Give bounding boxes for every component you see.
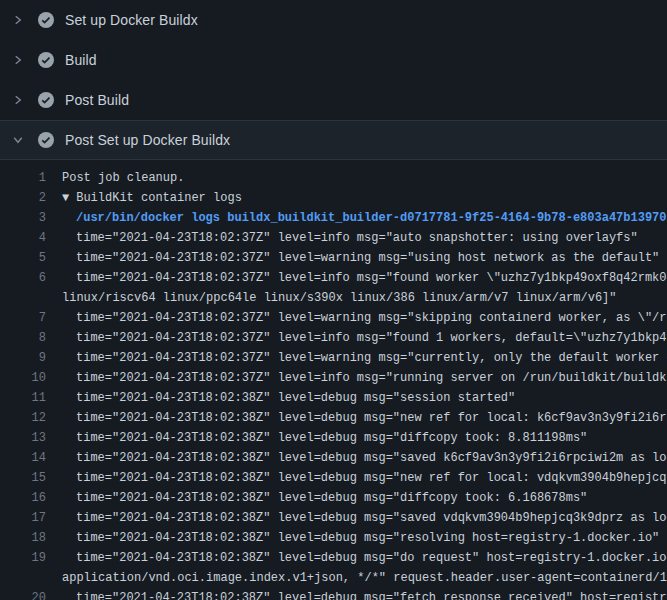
line-number[interactable]: 18 — [0, 528, 62, 548]
log-text: time="2021-04-23T18:02:38Z" level=debug … — [62, 408, 667, 428]
line-number[interactable]: 16 — [0, 488, 62, 508]
log-text: Post job cleanup. — [62, 168, 667, 188]
line-number[interactable]: 11 — [0, 388, 62, 408]
section-title: Post Build — [65, 92, 129, 108]
log-text: time="2021-04-23T18:02:38Z" level=debug … — [62, 448, 667, 468]
log-line-wrap: linux/riscv64 linux/ppc64le linux/s390x … — [0, 288, 667, 308]
log-text: time="2021-04-23T18:02:37Z" level=warnin… — [62, 308, 667, 328]
log-line: 17 time="2021-04-23T18:02:38Z" level=deb… — [0, 508, 667, 528]
log-text: time="2021-04-23T18:02:38Z" level=debug … — [62, 388, 667, 408]
log-text: time="2021-04-23T18:02:37Z" level=info m… — [62, 268, 667, 288]
line-number[interactable]: 4 — [0, 228, 62, 248]
check-circle-icon — [38, 52, 54, 68]
log-text: time="2021-04-23T18:02:38Z" level=debug … — [62, 468, 667, 488]
line-number[interactable]: 13 — [0, 428, 62, 448]
log-text: time="2021-04-23T18:02:38Z" level=debug … — [62, 528, 667, 548]
log-line: 4 time="2021-04-23T18:02:37Z" level=info… — [0, 228, 667, 248]
log-line: 12 time="2021-04-23T18:02:38Z" level=deb… — [0, 408, 667, 428]
log-line-command: 3 /usr/bin/docker logs buildx_buildkit_b… — [0, 208, 667, 228]
line-number[interactable]: 3 — [0, 208, 62, 228]
section-header-post-setup-docker-buildx[interactable]: Post Set up Docker Buildx — [0, 120, 667, 160]
log-text: time="2021-04-23T18:02:37Z" level=warnin… — [62, 348, 667, 368]
log-line: 20 time="2021-04-23T18:02:38Z" level=deb… — [0, 588, 667, 600]
line-number[interactable]: 9 — [0, 348, 62, 368]
log-line: 8 time="2021-04-23T18:02:37Z" level=info… — [0, 328, 667, 348]
section-title: Set up Docker Buildx — [65, 12, 198, 28]
log-line: 14 time="2021-04-23T18:02:38Z" level=deb… — [0, 448, 667, 468]
log-line: 7 time="2021-04-23T18:02:37Z" level=warn… — [0, 308, 667, 328]
line-number — [0, 288, 62, 308]
check-circle-icon — [38, 132, 54, 148]
log-line-group: 2 ▼ BuildKit container logs — [0, 188, 667, 208]
log-line: 9 time="2021-04-23T18:02:37Z" level=warn… — [0, 348, 667, 368]
log-line: 15 time="2021-04-23T18:02:38Z" level=deb… — [0, 468, 667, 488]
check-circle-icon — [38, 92, 54, 108]
chevron-right-icon — [12, 52, 36, 68]
log-text: linux/riscv64 linux/ppc64le linux/s390x … — [62, 288, 667, 308]
line-number[interactable]: 6 — [0, 268, 62, 288]
section-title: Post Set up Docker Buildx — [65, 132, 230, 148]
log-group-title[interactable]: BuildKit container logs — [76, 188, 667, 208]
log-line: 16 time="2021-04-23T18:02:38Z" level=deb… — [0, 488, 667, 508]
line-number[interactable]: 7 — [0, 308, 62, 328]
line-number[interactable]: 12 — [0, 408, 62, 428]
check-circle-icon — [38, 12, 54, 28]
line-number[interactable]: 17 — [0, 508, 62, 528]
line-number[interactable]: 10 — [0, 368, 62, 388]
log-line: 13 time="2021-04-23T18:02:38Z" level=deb… — [0, 428, 667, 448]
line-number — [0, 568, 62, 588]
log-line: 18 time="2021-04-23T18:02:38Z" level=deb… — [0, 528, 667, 548]
log-text: application/vnd.oci.image.index.v1+json,… — [62, 568, 667, 588]
log-text: time="2021-04-23T18:02:38Z" level=debug … — [62, 588, 667, 600]
command-text: /usr/bin/docker logs buildx_buildkit_bui… — [62, 208, 667, 228]
line-number[interactable]: 15 — [0, 468, 62, 488]
log-text: time="2021-04-23T18:02:38Z" level=debug … — [62, 548, 667, 568]
group-toggle-icon[interactable]: ▼ — [62, 188, 76, 208]
log-text: time="2021-04-23T18:02:37Z" level=info m… — [62, 368, 667, 388]
log-text: time="2021-04-23T18:02:38Z" level=debug … — [62, 488, 667, 508]
log-viewer: 1 Post job cleanup. 2 ▼ BuildKit contain… — [0, 160, 667, 600]
section-header-setup-docker-buildx[interactable]: Set up Docker Buildx — [0, 0, 667, 40]
line-number[interactable]: 14 — [0, 448, 62, 468]
line-number[interactable]: 8 — [0, 328, 62, 348]
log-line: 6 time="2021-04-23T18:02:37Z" level=info… — [0, 268, 667, 288]
line-number[interactable]: 19 — [0, 548, 62, 568]
chevron-down-icon — [12, 132, 36, 148]
line-number[interactable]: 20 — [0, 588, 62, 600]
log-line: 10 time="2021-04-23T18:02:37Z" level=inf… — [0, 368, 667, 388]
section-title: Build — [65, 52, 97, 68]
section-header-post-build[interactable]: Post Build — [0, 80, 667, 120]
chevron-right-icon — [12, 92, 36, 108]
log-text: time="2021-04-23T18:02:38Z" level=debug … — [62, 428, 667, 448]
log-line: 5 time="2021-04-23T18:02:37Z" level=warn… — [0, 248, 667, 268]
section-header-build[interactable]: Build — [0, 40, 667, 80]
log-text: time="2021-04-23T18:02:37Z" level=info m… — [62, 328, 667, 348]
log-line: 11 time="2021-04-23T18:02:38Z" level=deb… — [0, 388, 667, 408]
log-text: time="2021-04-23T18:02:37Z" level=warnin… — [62, 248, 667, 268]
log-text: time="2021-04-23T18:02:38Z" level=debug … — [62, 508, 667, 528]
line-number[interactable]: 5 — [0, 248, 62, 268]
line-number[interactable]: 2 — [0, 188, 62, 208]
log-text: time="2021-04-23T18:02:37Z" level=info m… — [62, 228, 667, 248]
log-line: 1 Post job cleanup. — [0, 168, 667, 188]
line-number[interactable]: 1 — [0, 168, 62, 188]
log-line-wrap: application/vnd.oci.image.index.v1+json,… — [0, 568, 667, 588]
log-line: 19 time="2021-04-23T18:02:38Z" level=deb… — [0, 548, 667, 568]
chevron-right-icon — [12, 12, 36, 28]
